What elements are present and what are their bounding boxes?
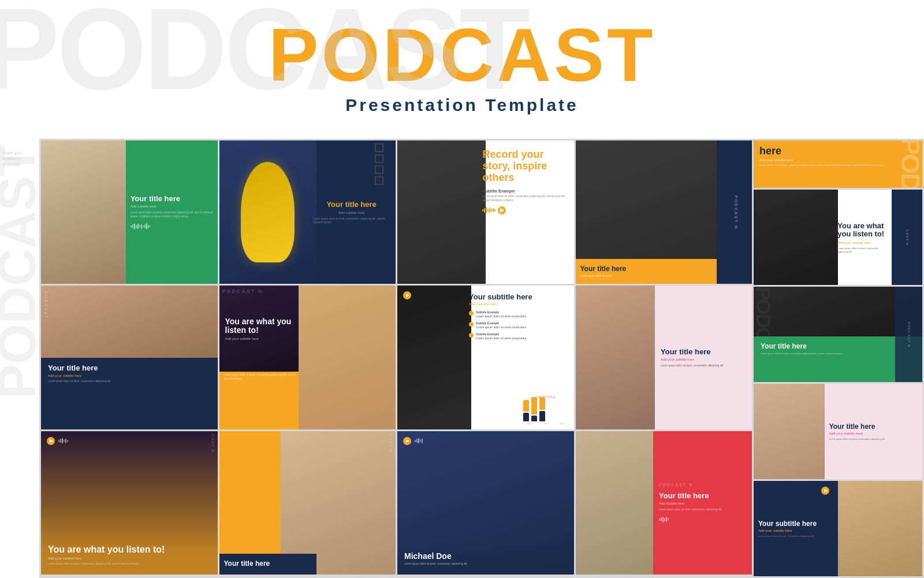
slide-7-item3: Subtitle ExampleLorem ipsum dolor sit am… [469, 332, 569, 340]
header-subtitle: Presentation Template [0, 95, 924, 115]
slide-10-subtitle-label: Your title here [224, 560, 312, 568]
slide-1-subtitle: Add subtitle here [131, 205, 213, 208]
slide-10: CAST N Your title here [219, 431, 396, 575]
slide-11: Michael Doe Lorem ipsum dolor sit amet, … [397, 431, 574, 575]
rp2-subtitle: Add your subtitle here [837, 241, 887, 244]
slide-3-photo [397, 140, 486, 284]
slide-5: PODCAST Your title here Add your subtitl… [41, 286, 218, 429]
slide-6-person [299, 286, 396, 429]
slide-9-waveform [58, 438, 212, 444]
rp2-title: You are what you listen to! [837, 222, 887, 239]
slide-4-title-text: Your title here [580, 265, 712, 273]
rp1: POD here Add your subtitle here Lorem ip… [754, 140, 922, 188]
chart-bars [523, 401, 569, 421]
rp5-subtitle: Add your subtitle here [758, 529, 842, 532]
slide-9-subtitle: Add your subtitle here [48, 557, 211, 560]
rp5: Your subtitle here Add your subtitle her… [754, 481, 922, 576]
slide-12-subtitle: Add subtitle here [659, 502, 746, 505]
slide-3-waveform [482, 207, 568, 214]
rp4: Your title here Add your subtitle here L… [754, 384, 922, 479]
slide-9-content: You are what you listen to! Add your sub… [48, 544, 211, 566]
slide-7-item2: Subtitle ExampleLorem ipsum dolor sit am… [469, 321, 569, 329]
slide-5-content: Your title here Add your subtitle here L… [41, 358, 218, 429]
slide-5-top [41, 286, 218, 365]
rp5-title: Your subtitle here [758, 520, 842, 528]
slide-12-waveform [659, 516, 746, 523]
slide-1-waveform [131, 223, 213, 230]
slide-8-photo [576, 286, 664, 429]
rp2-content: You are what you listen to! Add your sub… [833, 190, 892, 285]
rp3-title: Your title here [761, 342, 915, 350]
slide-4-label-text: PODCAST N [734, 195, 738, 229]
rp5-person [838, 481, 922, 576]
slide-2: Your title here Add subtitle here Lorem … [219, 140, 396, 284]
slide-9: You are what you listen to! Add your sub… [41, 431, 218, 575]
rp3-label-text: PODCAST N [907, 322, 911, 347]
rp2-podcast-label: CAST N [892, 190, 922, 285]
rp1-title: here [759, 145, 902, 157]
slide-9-body: Lorem ipsum dolor sit amet, consectetur … [48, 562, 211, 566]
rp4-title: Your title here [829, 423, 918, 431]
slide-6-body: Lorem ipsum dolor sit amet, consectetur … [224, 373, 303, 381]
slide-6-big-title: You are what you listen to! [225, 317, 302, 335]
slide-7-content: Your subtitle here Add your title here S… [464, 286, 573, 429]
slide-12-content: PODCAST N Your title here Add subtitle h… [653, 431, 752, 575]
rp2-label-text: CAST N [906, 229, 909, 246]
slide-5-podcast-label: PODCAST [44, 291, 48, 319]
slide-8-subtitle: Add your subtitle here [661, 358, 746, 361]
slide-3-main-title: Record your story, inspire others [482, 149, 568, 183]
slide-12-podcast-label: PODCAST N [659, 483, 746, 487]
rp4-person [754, 384, 829, 479]
slide-4-content: Your title here Lorem ipsum dolor sit am… [576, 259, 717, 284]
slide-8-content: Your title here Add your subtitle here L… [655, 286, 752, 429]
slide-7-item1: Subtitle ExampleLorem ipsum dolor sit am… [469, 310, 569, 318]
rp4-subtitle: Add your subtitle here [829, 432, 918, 435]
rp2-body: Lorem ipsum dolor sit amet, consectetur … [837, 247, 887, 253]
header-title: PODCAST [0, 17, 924, 92]
slide-8-body: Lorem ipsum dolor sit amet, consectetur … [661, 364, 746, 368]
slide-10-person [281, 431, 396, 575]
mic-graphic [241, 162, 294, 262]
slide-7-photo [397, 286, 471, 429]
chart-labels: Cat 1 Cat 2 Cat 3 [523, 423, 569, 425]
header: PODCAST PODCAST Presentation Template [0, 0, 924, 139]
slide-6-text-area: You are what you listen to! Add your sub… [219, 286, 308, 372]
slide-1: Your title here Add subtitle here Lorem … [41, 140, 218, 284]
rp3-body: Lorem ipsum dolor sit amet, consectetur … [761, 352, 915, 355]
slide-12-body: Lorem ipsum dolor sit amet, consectetur … [659, 508, 746, 512]
slide-9-podcast-label: CAST N [211, 434, 215, 453]
rp1-watermark: POD [895, 140, 922, 188]
rp3: PODCAST Your title here Lorem ipsum dolo… [754, 287, 922, 382]
slide-6-subtitle: Add your subtitle here [225, 337, 302, 340]
rp5-body: Lorem ipsum dolor sit amet, consectetur … [758, 535, 842, 538]
slide-6-watermark: PODCAST N [222, 288, 263, 294]
slide-1-photo [41, 140, 133, 284]
slide-7-subtitle: Add your title here [469, 302, 569, 306]
slide-11-name: Michael Doe [404, 551, 567, 561]
slide-2-content: Your title here Add subtitle here Lorem … [307, 140, 396, 284]
slide-8-title: Your title here [661, 347, 746, 356]
slides-grid: Your title here Add subtitle here Lorem … [39, 139, 754, 578]
slide-11-content: Michael Doe Lorem ipsum dolor sit amet, … [397, 543, 574, 575]
slide-12: PODCAST N Your title here Add subtitle h… [576, 431, 752, 575]
chart-title: CHART TITLE [523, 395, 569, 399]
slide-11-waveform [415, 438, 568, 444]
rp5-content: Your subtitle here Add your subtitle her… [754, 481, 847, 576]
slide-5-subtitle: Add your subtitle here [48, 374, 211, 377]
slide-11-body: Lorem ipsum dolor sit amet, consectetur … [404, 562, 567, 566]
slide-2-geo [375, 143, 393, 281]
slide-10-podcast-label: CAST N [389, 434, 393, 453]
slide-3: Record your story, inspire others Subtit… [397, 140, 574, 284]
slide-12-person [576, 431, 661, 575]
slide-7: Your subtitle here Add your title here S… [397, 286, 574, 429]
slide-3-body: Lorem ipsum dolor sit amet, consectetur … [482, 195, 568, 202]
slide-3-right: Record your story, inspire others Subtit… [476, 140, 573, 284]
slide-2-photo [219, 140, 316, 284]
slide-10-content: Your title here [219, 554, 316, 575]
rp2-top-bg [754, 190, 838, 285]
slide-6-bottom-content: Lorem ipsum dolor sit amet, consectetur … [219, 369, 308, 429]
slide-1-title: Your title here [131, 194, 213, 203]
rp4-body: Lorem ipsum dolor sit amet, consectetur … [829, 438, 918, 440]
right-panel: POD here Add your subtitle here Lorem ip… [754, 139, 924, 578]
rp3-podcast-label: PODCAST N [895, 287, 922, 382]
